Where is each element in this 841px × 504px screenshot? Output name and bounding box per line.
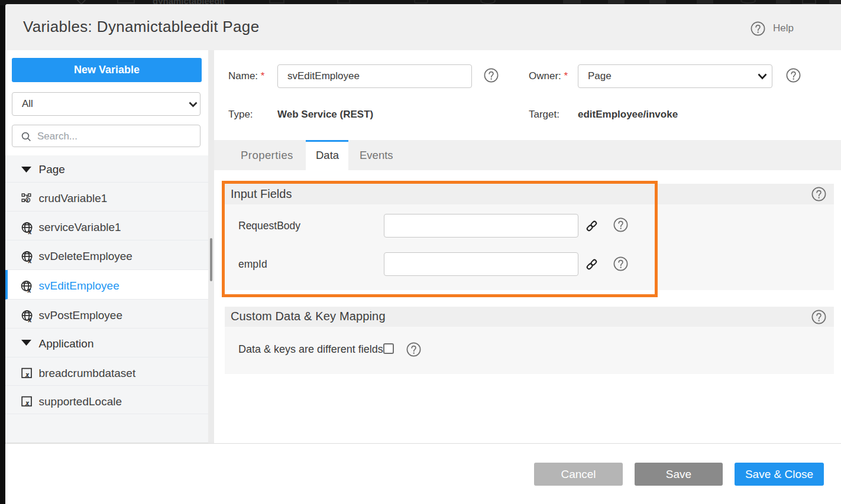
svg-text:x: x — [28, 316, 32, 323]
svg-text:x: x — [27, 287, 31, 293]
svg-text:x: x — [28, 228, 32, 235]
svg-text:x: x — [25, 399, 29, 407]
svg-text:x: x — [25, 370, 29, 379]
svg-text:x: x — [28, 257, 32, 264]
svg-text:x: x — [26, 197, 29, 203]
